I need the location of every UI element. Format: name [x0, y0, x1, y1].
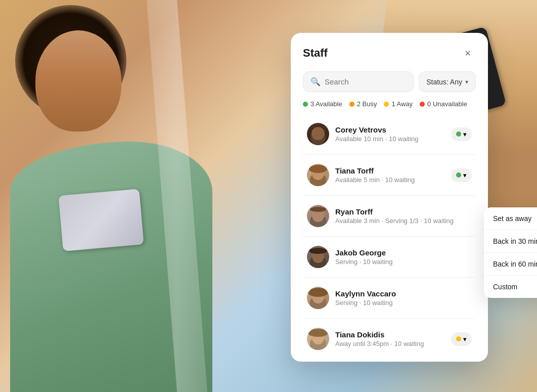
staff-item-kaylynn[interactable]: Kaylynn Vaccaro Serving · 10 waiting — [303, 281, 476, 315]
staff-modal: Staff × 🔍 Status: Any ▾ 3 Available 2 Bu… — [291, 33, 488, 362]
avatar-jakob — [307, 246, 329, 268]
status-toggle-tiana-d[interactable]: ▾ — [451, 332, 472, 346]
modal-title: Staff — [303, 47, 328, 60]
avatar-tiana-d — [307, 328, 329, 350]
status-dot-tiana-d — [456, 336, 461, 341]
status-dot-corey — [456, 132, 461, 137]
staff-status-corey: Available 10 min · 10 waiting — [335, 135, 445, 143]
staff-info-corey: Corey Vetrovs Available 10 min · 10 wait… — [335, 125, 445, 143]
dropdown-item-back-30[interactable]: Back in 30 min — [484, 230, 537, 253]
avatar-corey — [307, 123, 329, 145]
status-toggle-corey[interactable]: ▾ — [451, 127, 472, 141]
status-summary: 3 Available 2 Busy 1 Away 0 Unavailable — [303, 100, 476, 108]
staff-info-jakob: Jakob George Serving · 10 waiting — [335, 248, 472, 266]
tablet — [59, 189, 144, 251]
staff-info-ryan: Ryan Torff Available 3 min · Serving 1/3… — [335, 207, 472, 225]
left-person-face — [35, 30, 121, 132]
search-icon: 🔍 — [310, 77, 321, 86]
staff-name-tiana: Tiana Torff — [335, 166, 445, 175]
available-dot — [303, 102, 308, 107]
status-toggle-tiana[interactable]: ▾ — [451, 168, 472, 182]
chevron-down-icon-corey: ▾ — [463, 130, 467, 138]
staff-item-ryan[interactable]: Ryan Torff Available 3 min · Serving 1/3… — [303, 199, 476, 233]
status-dropdown-menu: Set as away Back in 30 min Back in 60 mi… — [484, 207, 537, 298]
away-count: 1 Away — [391, 100, 413, 108]
staff-name-corey: Corey Vetrovs — [335, 125, 445, 134]
avatar-ryan — [307, 205, 329, 227]
staff-status-kaylynn: Serving · 10 waiting — [335, 299, 472, 307]
divider-2 — [303, 195, 476, 196]
close-button[interactable]: × — [460, 45, 476, 61]
status-dot-tiana — [456, 172, 461, 178]
divider-1 — [303, 154, 476, 155]
staff-name-jakob: Jakob George — [335, 248, 472, 257]
status-unavailable: 0 Unavailable — [420, 100, 467, 108]
staff-name-ryan: Ryan Torff — [335, 207, 472, 216]
status-filter-button[interactable]: Status: Any ▾ — [419, 71, 476, 92]
staff-info-tiana: Tiana Torff Available 5 min · 10 waiting — [335, 166, 445, 184]
avatar-kaylynn — [307, 287, 329, 309]
staff-info-kaylynn: Kaylynn Vaccaro Serving · 10 waiting — [335, 289, 472, 307]
chevron-down-icon-tiana: ▾ — [463, 171, 467, 179]
unavailable-dot — [420, 102, 425, 107]
staff-item-tiana[interactable]: Tiana Torff Available 5 min · 10 waiting… — [303, 158, 476, 192]
staff-name-tiana-d: Tiana Dokidis — [335, 330, 445, 339]
staff-item-jakob[interactable]: Jakob George Serving · 10 waiting — [303, 240, 476, 274]
divider-4 — [303, 277, 476, 278]
away-dot — [384, 102, 389, 107]
unavailable-count: 0 Unavailable — [427, 100, 467, 108]
busy-count: 2 Busy — [357, 100, 377, 108]
status-busy: 2 Busy — [349, 100, 377, 108]
status-away: 1 Away — [384, 100, 413, 108]
staff-info-tiana-d: Tiana Dokidis Away until 3:45pm · 10 wai… — [335, 330, 445, 347]
status-available: 3 Available — [303, 100, 342, 108]
staff-name-kaylynn: Kaylynn Vaccaro — [335, 289, 472, 298]
staff-status-tiana: Available 5 min · 10 waiting — [335, 176, 445, 184]
dropdown-item-back-60[interactable]: Back in 60 min — [484, 253, 537, 276]
search-box: 🔍 — [303, 71, 414, 92]
staff-list: Corey Vetrovs Available 10 min · 10 wait… — [303, 117, 476, 356]
divider-3 — [303, 236, 476, 237]
staff-status-tiana-d: Away until 3:45pm · 10 waiting — [335, 340, 445, 347]
close-icon: × — [465, 48, 471, 59]
staff-item-corey[interactable]: Corey Vetrovs Available 10 min · 10 wait… — [303, 117, 476, 151]
staff-status-jakob: Serving · 10 waiting — [335, 258, 472, 266]
busy-dot — [349, 102, 354, 107]
chevron-down-icon: ▾ — [465, 78, 468, 85]
search-input[interactable] — [325, 77, 406, 86]
modal-header: Staff × — [303, 45, 476, 61]
staff-status-ryan: Available 3 min · Serving 1/3 · 10 waiti… — [335, 217, 472, 225]
search-filter-row: 🔍 Status: Any ▾ — [303, 71, 476, 92]
dropdown-item-custom[interactable]: Custom — [484, 276, 537, 298]
avatar-tiana — [307, 164, 329, 186]
status-filter-label: Status: Any — [426, 78, 462, 86]
chevron-down-icon-tiana-d: ▾ — [463, 335, 467, 343]
staff-item-tiana-d[interactable]: Tiana Dokidis Away until 3:45pm · 10 wai… — [303, 322, 476, 356]
divider-5 — [303, 318, 476, 319]
dropdown-item-set-away[interactable]: Set as away — [484, 207, 537, 230]
available-count: 3 Available — [310, 100, 342, 108]
